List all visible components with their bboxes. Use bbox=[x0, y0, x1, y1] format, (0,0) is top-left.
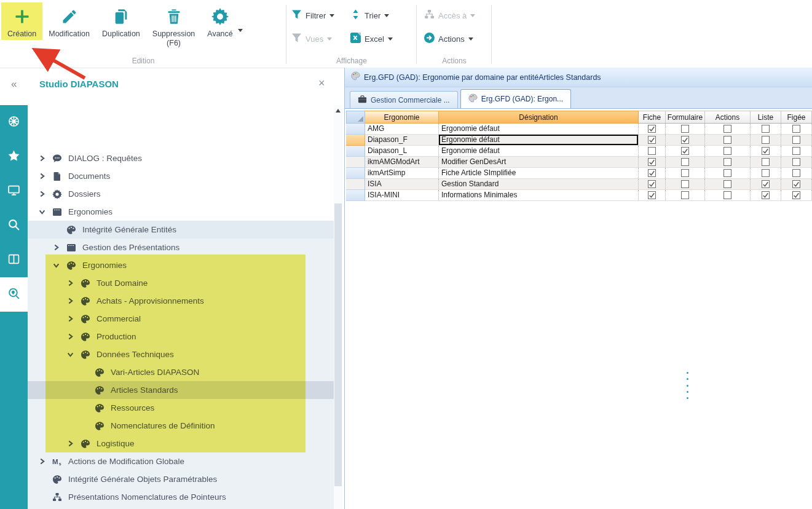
checkbox-liste[interactable] bbox=[751, 168, 781, 179]
cell-designation[interactable]: Modifier GenDesArt bbox=[439, 157, 639, 168]
avanc--button[interactable]: Avancé bbox=[201, 2, 238, 40]
modification-button[interactable]: Modification bbox=[42, 2, 96, 40]
row-selector[interactable] bbox=[346, 124, 365, 135]
tree-item-volets[interactable]: Volets bbox=[28, 506, 334, 509]
chevron-right-icon[interactable] bbox=[53, 243, 66, 253]
tree-item-pr-sentations-nomenclatures-de-pointeurs[interactable]: Présentations Nomenclatures de Pointeurs bbox=[28, 488, 334, 506]
checkbox-fiche[interactable] bbox=[639, 157, 666, 168]
chevron-right-icon[interactable] bbox=[67, 278, 81, 288]
tree-item-gestion-des-pr-sentations[interactable]: Gestion des Présentations bbox=[28, 239, 334, 256]
scrollbar-thumb[interactable] bbox=[334, 203, 342, 486]
checkbox-formulaire[interactable] bbox=[666, 157, 705, 168]
actions-button[interactable]: Actions bbox=[424, 27, 487, 50]
cr-ation-button[interactable]: Création bbox=[1, 2, 42, 40]
chevron-right-icon[interactable] bbox=[39, 189, 52, 199]
chevron-right-icon[interactable] bbox=[67, 332, 81, 342]
cell-ergonomie[interactable]: ISIA bbox=[365, 179, 439, 190]
tree-item-production[interactable]: Production bbox=[28, 328, 334, 345]
checkbox-actions[interactable] bbox=[705, 190, 751, 201]
checkbox-formulaire[interactable] bbox=[666, 168, 705, 179]
tree-item-achats-approvisionnements[interactable]: Achats - Approvisionnements bbox=[28, 292, 334, 310]
chevron-right-icon[interactable] bbox=[39, 154, 52, 164]
checkbox-fiche[interactable] bbox=[639, 146, 666, 157]
row-selector[interactable] bbox=[346, 190, 365, 201]
chevron-down-icon[interactable] bbox=[39, 207, 52, 217]
cell-ergonomie[interactable]: ISIA-MINI bbox=[365, 190, 439, 201]
checkbox-figee[interactable] bbox=[781, 179, 812, 190]
cell-designation[interactable]: Informations Minimales bbox=[439, 190, 639, 201]
cell-ergonomie[interactable]: AMG bbox=[365, 124, 439, 135]
row-selector[interactable] bbox=[346, 146, 365, 157]
checkbox-actions[interactable] bbox=[705, 168, 751, 179]
checkbox-liste[interactable] bbox=[751, 146, 781, 157]
cell-ergonomie[interactable]: ikmArtSimp bbox=[365, 168, 439, 179]
tree-item-documents[interactable]: Documents bbox=[28, 167, 334, 185]
tree-item-donn-es-techniques[interactable]: Données Techniques bbox=[28, 345, 334, 363]
row-selector[interactable] bbox=[346, 168, 365, 179]
checkbox-fiche[interactable] bbox=[639, 168, 666, 179]
tree-item-tout-domaine[interactable]: Tout Domaine bbox=[28, 274, 334, 292]
rail-item-monitor-icon[interactable] bbox=[0, 174, 28, 208]
cell-ergonomie[interactable]: ikmAMGModArt bbox=[365, 157, 439, 168]
checkbox-figee[interactable] bbox=[781, 146, 812, 157]
chevron-down-icon[interactable] bbox=[67, 350, 81, 360]
checkbox-figee[interactable] bbox=[781, 135, 812, 146]
chevron-right-icon[interactable] bbox=[67, 314, 81, 324]
duplication-button[interactable]: Duplication bbox=[96, 2, 146, 40]
column-header-fiche[interactable]: Fiche bbox=[639, 111, 666, 124]
chevron-right-icon[interactable] bbox=[39, 172, 52, 181]
cell-designation[interactable]: Gestion Standard bbox=[439, 179, 639, 190]
cell-designation[interactable]: Ergonomie défaut bbox=[439, 135, 639, 146]
checkbox-liste[interactable] bbox=[751, 124, 781, 135]
tree-item-int-grit-g-n-rale-entit-s[interactable]: Intégrité Générale Entités bbox=[28, 221, 334, 239]
column-header-formulaire[interactable]: Formulaire bbox=[666, 111, 705, 124]
checkbox-actions[interactable] bbox=[705, 135, 751, 146]
sidebar-close-icon[interactable]: × bbox=[318, 77, 325, 90]
checkbox-fiche[interactable] bbox=[639, 190, 666, 201]
rail-item-search-pin-icon[interactable] bbox=[0, 277, 28, 312]
column-header-ergonomie[interactable]: Ergonomie bbox=[365, 111, 439, 124]
rail-item-wheel-icon[interactable] bbox=[0, 105, 28, 140]
cell-ergonomie[interactable]: Diapason_L bbox=[365, 146, 439, 157]
checkbox-liste[interactable] bbox=[751, 179, 781, 190]
rail-item-star-icon[interactable] bbox=[0, 140, 28, 174]
row-selector[interactable] bbox=[346, 179, 365, 190]
chevron-right-icon[interactable] bbox=[67, 296, 81, 306]
chevron-right-icon[interactable] bbox=[39, 457, 52, 467]
column-header-liste[interactable]: Liste bbox=[751, 111, 781, 124]
checkbox-actions[interactable] bbox=[705, 146, 751, 157]
trier-button[interactable]: Trier bbox=[350, 4, 414, 27]
chevron-down-icon[interactable] bbox=[53, 261, 66, 270]
checkbox-liste[interactable] bbox=[751, 135, 781, 146]
tree-item-dialog-requ-tes[interactable]: DIALOG : Requêtes bbox=[28, 149, 334, 167]
row-selector[interactable] bbox=[346, 157, 365, 168]
checkbox-fiche[interactable] bbox=[639, 179, 666, 190]
vues-button[interactable]: Vues bbox=[291, 27, 350, 50]
tree-item-vari-articles-diapason[interactable]: Vari-Articles DIAPASON bbox=[28, 363, 334, 381]
tree-item-commercial[interactable]: Commercial bbox=[28, 310, 334, 328]
cell-designation[interactable]: Ergonomie défaut bbox=[439, 146, 639, 157]
checkbox-actions[interactable] bbox=[705, 124, 751, 135]
tab-gestion-commerciale[interactable]: Gestion Commerciale ... bbox=[350, 91, 458, 108]
acc-s-à-button[interactable]: Accès à bbox=[424, 4, 487, 27]
filtrer-button[interactable]: Filtrer bbox=[291, 4, 350, 27]
checkbox-fiche[interactable] bbox=[639, 135, 666, 146]
tree-item-ressources[interactable]: Ressources bbox=[28, 399, 334, 417]
excel-button[interactable]: Excel bbox=[350, 27, 414, 50]
column-header-figée[interactable]: Figée bbox=[781, 111, 812, 124]
checkbox-figee[interactable] bbox=[781, 124, 812, 135]
column-header-désignation[interactable]: Désignation bbox=[439, 111, 639, 124]
checkbox-formulaire[interactable] bbox=[666, 146, 705, 157]
tree-item-logistique[interactable]: Logistique bbox=[28, 435, 334, 452]
select-all-corner[interactable] bbox=[346, 111, 365, 124]
checkbox-liste[interactable] bbox=[751, 157, 781, 168]
rail-item-search-icon[interactable] bbox=[0, 208, 28, 243]
checkbox-formulaire[interactable] bbox=[666, 190, 705, 201]
tree-item-ergonomies[interactable]: Ergonomies bbox=[28, 203, 334, 221]
cell-ergonomie[interactable]: Diapason_F bbox=[365, 135, 439, 146]
checkbox-figee[interactable] bbox=[781, 190, 812, 201]
tree-item-actions-de-modification-globale[interactable]: MsActions de Modification Globale bbox=[28, 452, 334, 470]
cell-designation[interactable]: Fiche Article SImplifiée bbox=[439, 168, 639, 179]
sidebar-collapse-icon[interactable]: « bbox=[11, 78, 17, 90]
checkbox-fiche[interactable] bbox=[639, 124, 666, 135]
